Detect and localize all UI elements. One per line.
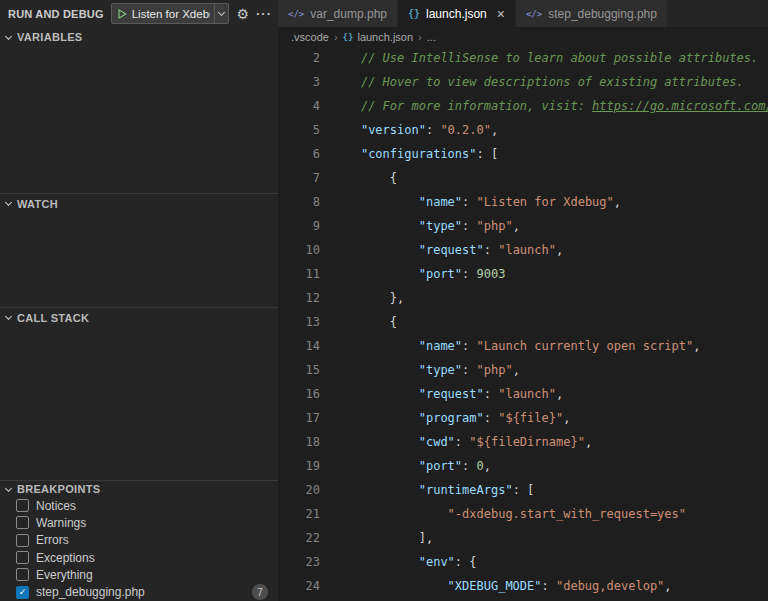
breadcrumb-item[interactable]: {}launch.json [343, 31, 414, 43]
debug-sidebar: RUN AND DEBUG Listen for Xdebug ⚙ ··· VA… [0, 0, 278, 601]
code-line[interactable]: // Hover to view descriptions of existin… [332, 70, 768, 94]
code-line[interactable]: "port": 9003 [332, 262, 768, 286]
punctuation-token: : [462, 195, 476, 209]
code-line[interactable]: "type": "php", [332, 358, 768, 382]
punctuation-token: : { [455, 555, 477, 569]
key-token: "name" [419, 195, 462, 209]
code-line[interactable]: { [332, 166, 768, 190]
code-line[interactable]: "-dxdebug.start_with_request=yes" [332, 502, 768, 526]
checkbox-unchecked[interactable] [16, 551, 29, 564]
debug-config-picker[interactable]: Listen for Xdebug [111, 3, 230, 24]
code-line[interactable]: "cwd": "${fileDirname}", [332, 430, 768, 454]
chevron-down-icon [5, 32, 12, 39]
code-line[interactable]: "port": 0, [332, 454, 768, 478]
code-line[interactable]: // Use IntelliSense to learn about possi… [332, 46, 768, 70]
breakpoint-row[interactable]: ✓step_debugging.php7 [0, 583, 278, 600]
line-number: 7 [278, 166, 320, 190]
code-line[interactable]: "runtimeArgs": [ [332, 478, 768, 502]
code-line[interactable]: ], [332, 526, 768, 550]
json-file-icon: {} [343, 32, 354, 42]
code-line[interactable]: "version": "0.2.0", [332, 118, 768, 142]
checkbox-checked[interactable]: ✓ [16, 586, 29, 599]
line-number: 16 [278, 382, 320, 406]
section-title: WATCH [17, 198, 58, 210]
code-editor[interactable]: 23456789101112131415161718192021222324 /… [278, 46, 768, 601]
punctuation-token: , [556, 387, 563, 401]
string-token: "php" [477, 219, 513, 233]
punctuation-token: , [556, 243, 563, 257]
punctuation-token: , [563, 411, 570, 425]
breakpoint-row[interactable]: Notices [0, 497, 278, 514]
link-token[interactable]: https://go.microsoft.com/fw [592, 99, 768, 113]
punctuation-token: : [484, 243, 498, 257]
punctuation-token: : [ [477, 147, 499, 161]
comment-token: // Use IntelliSense to learn about possi… [361, 51, 758, 65]
chevron-down-icon[interactable] [218, 9, 225, 16]
tab-label: var_dump.php [310, 7, 387, 21]
code-line[interactable]: "name": "Launch currently open script", [332, 334, 768, 358]
punctuation-token: : [455, 435, 469, 449]
key-token: "type" [419, 363, 462, 377]
php-file-icon: </> [288, 9, 304, 19]
line-number: 24 [278, 574, 320, 598]
chevron-down-icon [5, 313, 12, 320]
code-line[interactable]: "request": "launch", [332, 382, 768, 406]
code-line[interactable]: "program": "${file}", [332, 406, 768, 430]
breakpoint-label: Everything [36, 568, 93, 582]
code-line[interactable]: "configurations": [ [332, 142, 768, 166]
section-header-variables[interactable]: VARIABLES [0, 27, 278, 47]
string-token: "-dxdebug.start_with_request=yes" [448, 507, 686, 521]
section-header-call-stack[interactable]: CALL STACK [0, 307, 278, 327]
code-line[interactable]: "env": { [332, 550, 768, 574]
key-token: "type" [419, 219, 462, 233]
checkbox-unchecked[interactable] [16, 568, 29, 581]
code-line[interactable]: "type": "php", [332, 214, 768, 238]
punctuation-token: : [462, 459, 476, 473]
checkbox-unchecked[interactable] [16, 534, 29, 547]
line-number: 18 [278, 430, 320, 454]
breakpoint-row[interactable]: Everything [0, 566, 278, 583]
code-line[interactable]: }, [332, 286, 768, 310]
code-line[interactable]: "XDEBUG_MODE": "debug,develop", [332, 574, 768, 598]
more-actions-icon[interactable]: ··· [256, 7, 272, 20]
breakpoint-row[interactable]: Exceptions [0, 549, 278, 566]
code-line[interactable]: "request": "launch", [332, 238, 768, 262]
line-number: 22 [278, 526, 320, 550]
punctuation-token: : [426, 123, 440, 137]
code-line[interactable]: "name": "Listen for Xdebug", [332, 190, 768, 214]
punctuation-token: : [462, 339, 476, 353]
tab-launch.json[interactable]: {}launch.json× [398, 0, 515, 27]
close-icon[interactable]: × [497, 7, 505, 21]
line-number: 11 [278, 262, 320, 286]
code-line[interactable]: // For more information, visit: https://… [332, 94, 768, 118]
line-number: 5 [278, 118, 320, 142]
section-title: CALL STACK [17, 312, 89, 324]
breadcrumb-item[interactable]: ... [427, 31, 436, 43]
section-title: BREAKPOINTS [17, 483, 100, 495]
section-header-watch[interactable]: WATCH [0, 193, 278, 213]
breakpoint-row[interactable]: Errors [0, 532, 278, 549]
tab-bar: </>var_dump.php{}launch.json×</>step_deb… [278, 0, 768, 27]
line-number: 23 [278, 550, 320, 574]
punctuation-token: , [513, 219, 520, 233]
number-token: 9003 [477, 267, 506, 281]
breakpoint-row[interactable]: Warnings [0, 514, 278, 531]
punctuation-token: : [542, 579, 556, 593]
string-token: "debug,develop" [556, 579, 664, 593]
section-header-breakpoints[interactable]: BREAKPOINTS [0, 480, 278, 497]
tab-step_debugging.php[interactable]: </>step_debugging.php [516, 0, 667, 27]
start-debugging-icon[interactable] [116, 8, 128, 20]
tab-var_dump.php[interactable]: </>var_dump.php [278, 0, 397, 27]
section-call-stack: CALL STACK [0, 307, 278, 480]
line-number: 12 [278, 286, 320, 310]
checkbox-unchecked[interactable] [16, 499, 29, 512]
punctuation-token: { [390, 171, 397, 185]
code-line[interactable]: { [332, 310, 768, 334]
chevron-down-icon [5, 199, 12, 206]
tab-label: launch.json [426, 7, 487, 21]
breakpoints-list: NoticesWarningsErrorsExceptionsEverythin… [0, 497, 278, 601]
key-token: "port" [419, 459, 462, 473]
gear-icon[interactable]: ⚙ [236, 7, 249, 21]
checkbox-unchecked[interactable] [16, 516, 29, 529]
breadcrumb-item[interactable]: .vscode [291, 31, 329, 43]
